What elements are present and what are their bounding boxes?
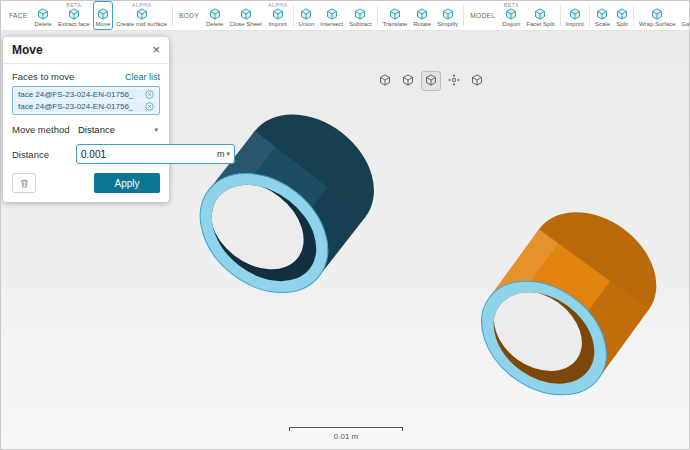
toolbar-item-wrap-surface[interactable]: Wrap Surface	[636, 1, 679, 30]
distance-unit-select[interactable]: m ▾	[217, 149, 234, 159]
imprint-icon	[272, 8, 284, 20]
top-toolbar: FACEDeleteBETAExtract faceMoveALPHACreat…	[1, 1, 689, 31]
toolbar-item-label: Union	[299, 21, 315, 27]
remove-face-icon[interactable]	[145, 90, 154, 99]
delete-selection-button[interactable]	[12, 173, 36, 193]
view-orientation-button[interactable]	[398, 71, 418, 91]
toolbar-item-facet-split[interactable]: Facet Split	[523, 1, 557, 30]
cube-icon	[379, 72, 391, 90]
move-dialog-footer: Apply	[12, 173, 160, 193]
toolbar-item-gap-contacts[interactable]: ALPHAGap Contacts	[679, 1, 689, 30]
move-icon	[97, 8, 109, 20]
body-left-tube[interactable]	[177, 90, 398, 317]
toolbar-item-close-sheet[interactable]: Close Sheet	[226, 1, 265, 30]
view-toolbar	[375, 71, 487, 91]
toolbar-item-label: Subtract	[349, 21, 371, 27]
clear-list-link[interactable]: Clear list	[125, 72, 160, 82]
toolbar-item-label: Delete	[206, 21, 223, 27]
toolbar-separator	[589, 5, 590, 26]
trash-icon	[19, 178, 30, 189]
toolbar-item-delete[interactable]: Delete	[32, 1, 55, 30]
faces-list-item[interactable]: face 24@FS-23-024-EN-01756_	[15, 89, 157, 100]
cube-icon	[402, 72, 414, 90]
scale-bar: 0.01 m	[289, 427, 403, 441]
faces-list-item[interactable]: face 24@FS-23-024-EN-01756_	[15, 101, 157, 112]
toolbar-item-label: Intersect	[320, 21, 343, 27]
crosshair-icon	[448, 72, 460, 90]
move-method-select[interactable]: Distance ▾	[76, 122, 160, 137]
toolbar-separator	[463, 5, 464, 26]
move-dialog: Move × Faces to move Clear list face 24@…	[3, 37, 169, 202]
toolbar-item-imprint[interactable]: Imprint	[563, 1, 587, 30]
toolbar-item-disjoin[interactable]: BETADisjoin	[499, 1, 523, 30]
toolbar-item-label: Facet Split	[526, 21, 554, 27]
toolbar-item-label: Translate	[383, 21, 408, 27]
toolbar-separator	[633, 5, 634, 26]
toolbar-separator	[172, 5, 173, 26]
toolbar-item-union[interactable]: Union	[296, 1, 318, 30]
split-icon	[616, 8, 628, 20]
toolbar-item-label: Gap Contacts	[682, 21, 689, 27]
facet-split-icon	[534, 8, 546, 20]
view-shaded-button[interactable]	[421, 71, 441, 91]
remove-face-icon[interactable]	[145, 102, 154, 111]
apply-button[interactable]: Apply	[94, 173, 160, 193]
create-mid-surface-icon	[136, 8, 148, 20]
distance-row: Distance m ▾	[12, 144, 160, 164]
subtract-icon	[354, 8, 366, 20]
view-center-button[interactable]	[444, 71, 464, 91]
toolbar-item-create-mid-surface[interactable]: ALPHACreate mid surface	[113, 1, 170, 30]
view-isometric-button[interactable]	[375, 71, 395, 91]
toolbar-item-move[interactable]: Move	[93, 1, 114, 30]
faces-list: face 24@FS-23-024-EN-01756_face 24@FS-23…	[12, 86, 160, 115]
toolbar-item-label: Delete	[35, 21, 52, 27]
distance-input-box: m ▾	[76, 144, 235, 164]
toolbar-item-scale[interactable]: Scale	[592, 1, 613, 30]
move-method-row: Move method Distance ▾	[12, 122, 160, 137]
toolbar-item-imprint[interactable]: ALPHAImprint	[265, 1, 291, 30]
toolbar-item-label: Scale	[595, 21, 610, 27]
move-method-value: Distance	[78, 124, 115, 135]
toolbar-item-split[interactable]: Split	[613, 1, 631, 30]
extract-face-icon	[68, 8, 80, 20]
toolbar-item-label: Disjoin	[502, 21, 520, 27]
scale-icon	[596, 8, 608, 20]
toolbar-item-subtract[interactable]: Subtract	[346, 1, 374, 30]
toolbar-item-extract-face[interactable]: BETAExtract face	[55, 1, 93, 30]
toolbar-item-label: Imprint	[269, 21, 287, 27]
move-dialog-header: Move ×	[3, 37, 169, 64]
view-fit-button[interactable]	[467, 71, 487, 91]
distance-input[interactable]	[77, 149, 217, 160]
toolbar-item-label: Simplify	[437, 21, 458, 27]
toolbar-item-simplify[interactable]: Simplify	[434, 1, 461, 30]
toolbar-group-label-face: FACE	[9, 12, 28, 19]
simplify-icon	[442, 8, 454, 20]
toolbar-item-intersect[interactable]: Intersect	[317, 1, 346, 30]
move-method-label: Move method	[12, 124, 76, 135]
intersect-icon	[326, 8, 338, 20]
toolbar-separator	[560, 5, 561, 26]
3d-viewport[interactable]: 0.01 m Move × Faces to move Clear list f…	[1, 31, 689, 449]
imprint-icon	[569, 8, 581, 20]
toolbar-item-label: Move	[96, 21, 111, 27]
toolbar-group-label-model: MODEL	[470, 12, 495, 19]
toolbar-item-rotate[interactable]: Rotate	[410, 1, 434, 30]
scale-bar-line	[289, 427, 403, 431]
union-icon	[300, 8, 312, 20]
translate-icon	[389, 8, 401, 20]
cube-icon	[471, 72, 483, 90]
toolbar-item-label: Rotate	[413, 21, 431, 27]
close-sheet-icon	[240, 8, 252, 20]
close-icon[interactable]: ×	[152, 45, 160, 55]
body-right-tube[interactable]	[460, 189, 679, 419]
distance-unit-value: m	[217, 149, 225, 159]
chevron-down-icon: ▾	[227, 150, 231, 158]
toolbar-item-label: Close Sheet	[229, 21, 262, 27]
toolbar-item-translate[interactable]: Translate	[380, 1, 411, 30]
delete-icon	[209, 8, 221, 20]
toolbar-item-delete[interactable]: Delete	[203, 1, 226, 30]
toolbar-item-label: Wrap Surface	[639, 21, 676, 27]
delete-icon	[37, 8, 49, 20]
wrap-surface-icon	[651, 8, 663, 20]
disjoin-icon	[505, 8, 517, 20]
